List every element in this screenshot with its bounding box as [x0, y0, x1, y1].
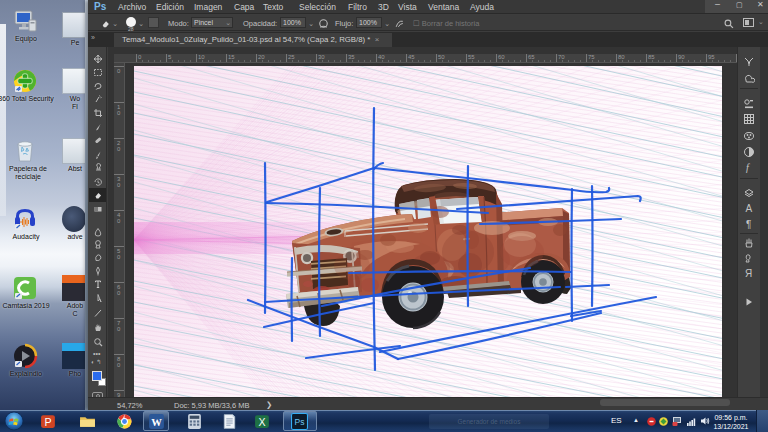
- svg-text:W: W: [151, 417, 162, 428]
- svg-text:Ps: Ps: [295, 417, 305, 427]
- svg-text:X: X: [258, 416, 265, 428]
- svg-text:A: A: [746, 203, 753, 214]
- svg-text:P: P: [44, 416, 51, 428]
- svg-text:f: f: [746, 162, 750, 173]
- svg-text:¶: ¶: [746, 219, 751, 230]
- svg-text:Я: Я: [745, 268, 752, 279]
